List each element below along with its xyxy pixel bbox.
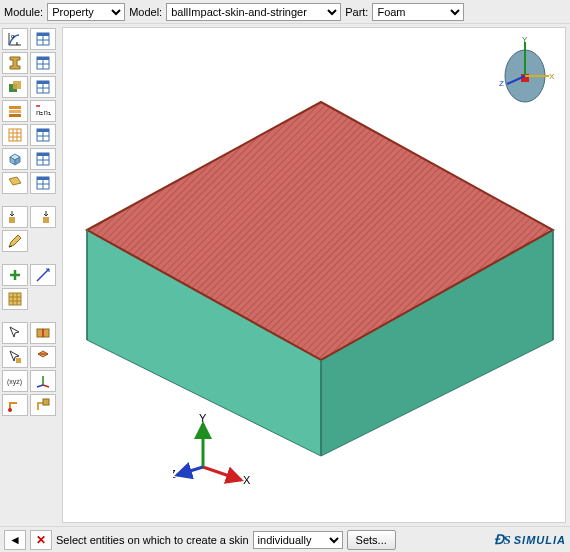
mesh-seed-icon[interactable] (2, 288, 28, 310)
svg-text:n₂n₁: n₂n₁ (36, 108, 51, 117)
svg-text:Y: Y (522, 36, 528, 44)
part-label: Part: (345, 6, 368, 18)
svg-text:X: X (549, 72, 555, 81)
svg-rect-22 (37, 129, 49, 132)
svg-rect-7 (37, 57, 49, 60)
data-table-element-icon[interactable] (30, 148, 56, 170)
partition-icon[interactable] (30, 322, 56, 344)
node-numbers-icon[interactable]: n₂n₁ (30, 100, 56, 122)
context-bar: Module: Property Model: ballImpact-skin-… (0, 0, 570, 24)
prompt-bar: ◄ ✕ Select entities on which to create a… (0, 526, 570, 552)
data-table-orient-icon[interactable] (30, 124, 56, 146)
svg-line-39 (37, 269, 49, 281)
insert-before-icon[interactable] (2, 206, 28, 228)
svg-rect-16 (9, 106, 21, 109)
svg-rect-51 (43, 399, 49, 405)
module-toolbox: σεn₂n₁(xyz) (0, 24, 60, 526)
cancel-button[interactable]: ✕ (30, 530, 52, 550)
data-table-profile-icon[interactable] (30, 172, 56, 194)
svg-text:Z: Z (173, 468, 176, 480)
svg-rect-3 (37, 33, 49, 36)
select-face-icon[interactable] (2, 346, 28, 368)
viewport-3d[interactable]: Y X Z (62, 27, 566, 523)
svg-text:(xyz): (xyz) (7, 378, 22, 386)
i-beam-section-icon[interactable] (2, 52, 28, 74)
partition-cell-icon[interactable] (30, 346, 56, 368)
svg-rect-18 (9, 114, 21, 117)
module-label: Module: (4, 6, 43, 18)
svg-rect-17 (9, 110, 21, 113)
svg-rect-13 (37, 81, 49, 84)
svg-text:X: X (243, 474, 251, 486)
part-geometry-foam[interactable] (73, 88, 563, 458)
cube-render-icon[interactable] (2, 148, 28, 170)
triad-select-icon[interactable] (30, 370, 56, 392)
svg-rect-29 (37, 153, 49, 156)
back-button[interactable]: ◄ (4, 530, 26, 550)
svg-rect-11 (13, 81, 21, 89)
svg-rect-37 (9, 217, 15, 223)
svg-rect-43 (16, 358, 21, 363)
data-table-material-icon[interactable] (30, 28, 56, 50)
insert-after-icon[interactable] (30, 206, 56, 228)
section-assign-icon[interactable] (2, 76, 28, 98)
stress-strain-icon[interactable]: σε (2, 28, 28, 50)
svg-text:ε: ε (16, 40, 19, 46)
brand-name: SIMULIA (514, 534, 566, 546)
svg-line-48 (43, 385, 49, 387)
selection-mode-select[interactable]: individually (253, 531, 343, 549)
model-select[interactable]: ballImpact-skin-and-stringer (166, 3, 341, 21)
brand-ds-icon: ƉS (494, 532, 511, 548)
brand-logo: ƉS SIMULIA (494, 532, 566, 548)
measure-icon[interactable] (30, 264, 56, 286)
model-label: Model: (129, 6, 162, 18)
data-table-section-icon[interactable] (30, 52, 56, 74)
prompt-text: Select entities on which to create a ski… (56, 534, 249, 546)
svg-text:Z: Z (499, 79, 504, 88)
edit-sketch-icon[interactable] (2, 230, 28, 252)
select-arrow-icon[interactable] (2, 322, 28, 344)
svg-rect-38 (43, 217, 49, 223)
mesh-grid-icon[interactable] (2, 124, 28, 146)
add-plus-icon[interactable] (2, 264, 28, 286)
profile-plane-icon[interactable] (2, 172, 28, 194)
sets-button[interactable]: Sets... (347, 530, 396, 550)
data-table-assignment-icon[interactable] (30, 76, 56, 98)
svg-rect-40 (9, 293, 21, 305)
svg-line-64 (177, 467, 203, 475)
corner-partition-icon[interactable] (30, 394, 56, 416)
align-corner-icon[interactable] (2, 394, 28, 416)
module-select[interactable]: Property (47, 3, 125, 21)
part-select[interactable]: Foam (372, 3, 464, 21)
svg-marker-32 (9, 177, 21, 185)
svg-rect-20 (9, 129, 21, 141)
svg-point-50 (8, 408, 12, 412)
svg-rect-34 (37, 177, 49, 180)
xyz-csys-icon[interactable]: (xyz) (2, 370, 28, 392)
svg-text:σ: σ (11, 33, 15, 39)
svg-line-60 (203, 467, 241, 480)
svg-line-49 (37, 385, 43, 387)
composite-layup-icon[interactable] (2, 100, 28, 122)
